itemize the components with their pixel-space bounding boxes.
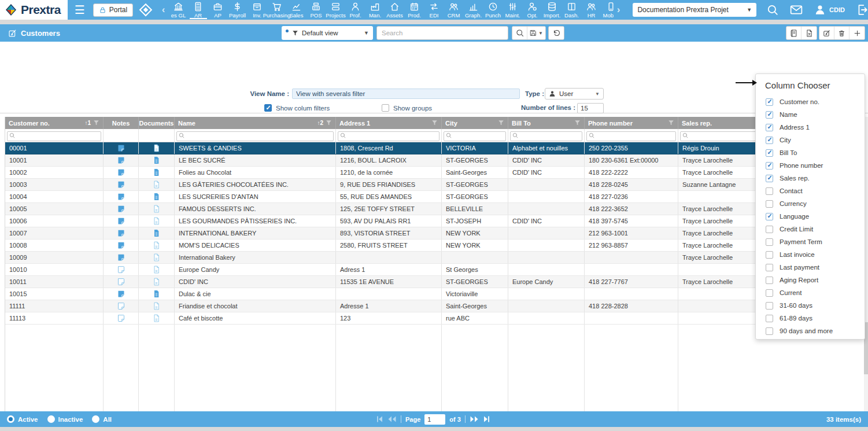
note-icon[interactable] xyxy=(117,168,125,177)
table-row-10008[interactable]: 10008MOM'S DELICACIES2580, FRUITS STREET… xyxy=(5,240,868,252)
checkbox-box[interactable] xyxy=(766,175,773,182)
nav-item-ar[interactable]: AR xyxy=(189,0,208,20)
checkbox-box[interactable] xyxy=(382,104,389,112)
nav-item-maint[interactable]: Maint. xyxy=(503,0,523,20)
document-icon[interactable] xyxy=(153,180,160,189)
nav-item-import[interactable]: Import. xyxy=(542,0,562,20)
column-header-documents[interactable]: Documents xyxy=(139,117,175,129)
note-icon[interactable] xyxy=(117,180,125,189)
table-row-10006[interactable]: 10006LES GOURMANDES PÂTISSERIES INC.593,… xyxy=(5,215,868,227)
document-icon[interactable] xyxy=(153,290,160,298)
number-of-lines-input[interactable] xyxy=(577,103,604,113)
save-search-button[interactable]: ▼ xyxy=(527,27,545,39)
nav-item-projects[interactable]: Projects xyxy=(326,0,346,20)
note-icon[interactable] xyxy=(117,193,125,201)
checkbox-box[interactable] xyxy=(766,187,773,195)
checkbox-box[interactable] xyxy=(766,251,773,259)
checkbox-box[interactable] xyxy=(766,289,773,297)
column-header-bill-to[interactable]: Bill To xyxy=(508,117,585,129)
nav-item-dash[interactable]: Dash. xyxy=(562,0,582,20)
table-row-11111[interactable]: 11111Friandise et chocolatAdresse 1Saint… xyxy=(5,300,868,312)
chooser-item-90-days-and-more[interactable]: 90 days and more xyxy=(756,325,865,337)
funnel-icon[interactable] xyxy=(498,120,504,126)
document-icon[interactable] xyxy=(153,278,160,286)
column-filter-input-name[interactable] xyxy=(176,131,334,141)
column-filter-input-customer-no-[interactable] xyxy=(7,131,101,141)
document-icon[interactable] xyxy=(153,156,160,164)
delete-record-button[interactable] xyxy=(834,27,849,39)
chooser-item-city[interactable]: City xyxy=(756,134,865,146)
checkbox-box[interactable] xyxy=(766,226,773,233)
note-icon[interactable] xyxy=(117,241,125,250)
diamond-icon[interactable] xyxy=(141,5,150,14)
next-page-button[interactable] xyxy=(470,415,479,423)
chooser-item-address-1[interactable]: Address 1 xyxy=(756,121,865,134)
mail-icon[interactable] xyxy=(790,4,803,16)
table-row-10001[interactable]: 10001LE BEC SUCRÉ1216, BOUL. LACROIXST-G… xyxy=(5,154,868,167)
chooser-item-currency[interactable]: Currency xyxy=(756,197,865,210)
checkbox-box[interactable] xyxy=(766,200,773,208)
nav-item-assets[interactable]: Assets xyxy=(385,0,405,20)
nav-item-es-gl[interactable]: es GL xyxy=(169,0,189,20)
document-icon[interactable] xyxy=(153,229,160,237)
last-page-button[interactable] xyxy=(483,415,490,423)
nav-scroll-right-icon[interactable]: › xyxy=(614,4,624,16)
ledger-button[interactable] xyxy=(786,27,801,39)
checkbox-box[interactable] xyxy=(766,302,773,310)
page-number-input[interactable] xyxy=(424,414,445,425)
first-page-button[interactable] xyxy=(376,415,383,423)
global-search-icon[interactable] xyxy=(767,4,778,16)
nav-item-prof[interactable]: Prof. xyxy=(346,0,365,20)
document-icon[interactable] xyxy=(153,144,160,152)
checkbox-box[interactable] xyxy=(766,149,773,157)
chooser-item-contact[interactable]: Contact xyxy=(756,185,865,197)
checkbox-box[interactable] xyxy=(766,277,773,284)
nav-item-man[interactable]: Man. xyxy=(365,0,385,20)
radio-circle[interactable] xyxy=(7,415,14,423)
column-filter-input-address-1[interactable] xyxy=(338,131,439,141)
nav-item-mobile[interactable]: Mobile xyxy=(601,0,614,20)
hamburger-menu-icon[interactable]: ☰ xyxy=(75,3,85,17)
funnel-icon[interactable] xyxy=(574,120,581,126)
chooser-item-bill-to[interactable]: Bill To xyxy=(756,146,865,159)
note-icon[interactable] xyxy=(117,229,125,238)
document-icon[interactable] xyxy=(153,205,160,213)
nav-item-ap[interactable]: AP xyxy=(208,0,228,20)
add-record-button[interactable] xyxy=(849,27,865,39)
table-row-10002[interactable]: 10002Folies au Chocolat1210, de la corné… xyxy=(5,167,868,179)
chooser-item-credit-limit[interactable]: Credit Limit xyxy=(756,223,865,235)
table-row-10004[interactable]: 10004LES SUCRERIES D'ANTAN55, RUE DES AM… xyxy=(5,191,868,203)
view-name-input[interactable] xyxy=(292,89,520,99)
funnel-icon[interactable] xyxy=(431,120,438,126)
note-icon[interactable] xyxy=(117,205,125,213)
chooser-item-current[interactable]: Current xyxy=(756,286,865,299)
note-icon[interactable] xyxy=(117,144,125,153)
column-header-city[interactable]: City xyxy=(442,117,508,129)
nav-item-purchasing[interactable]: Purchasing xyxy=(267,0,287,20)
note-icon[interactable] xyxy=(117,314,125,323)
chooser-item-aging-report[interactable]: Aging Report xyxy=(756,274,865,286)
chooser-item-language[interactable]: Language xyxy=(756,210,865,223)
table-row-10009[interactable]: 10009International BakeryTrayce Larochel… xyxy=(5,252,868,264)
edit-record-button[interactable] xyxy=(819,27,834,39)
chooser-item-customer-no-[interactable]: Customer no. xyxy=(756,95,865,108)
checkbox-show-groups[interactable]: Show groups xyxy=(382,104,432,112)
view-select[interactable]: Default view ▼ xyxy=(282,26,373,40)
table-row-10005[interactable]: 10005FAMOUS DESSERTS INC.125, 25E TOFFY … xyxy=(5,203,868,215)
chooser-item-sales-rep-[interactable]: Sales rep. xyxy=(756,172,865,185)
document-icon[interactable] xyxy=(153,217,160,225)
checkbox-box[interactable] xyxy=(766,238,773,246)
column-header-notes[interactable]: Notes xyxy=(104,117,139,129)
nav-item-punch[interactable]: Punch xyxy=(483,0,503,20)
context-select[interactable]: Documentation Prextra Projet ▼ xyxy=(633,3,756,17)
table-row-10007[interactable]: 10007INTERNATIONAL BAKERY893, VISTORIA S… xyxy=(5,227,868,240)
document-icon[interactable] xyxy=(153,253,160,261)
app-logo[interactable]: Prextra xyxy=(0,0,68,20)
nav-item-payroll[interactable]: Payroll xyxy=(228,0,248,20)
column-header-customer-no-[interactable]: Customer no.↑1 xyxy=(5,117,104,129)
funnel-icon[interactable] xyxy=(668,120,674,126)
document-icon[interactable] xyxy=(153,168,160,176)
radio-circle[interactable] xyxy=(47,415,55,423)
nav-item-crm[interactable]: CRM xyxy=(444,0,464,20)
table-row-10015[interactable]: 10015Dulac & cieVictoriaville xyxy=(5,288,868,300)
